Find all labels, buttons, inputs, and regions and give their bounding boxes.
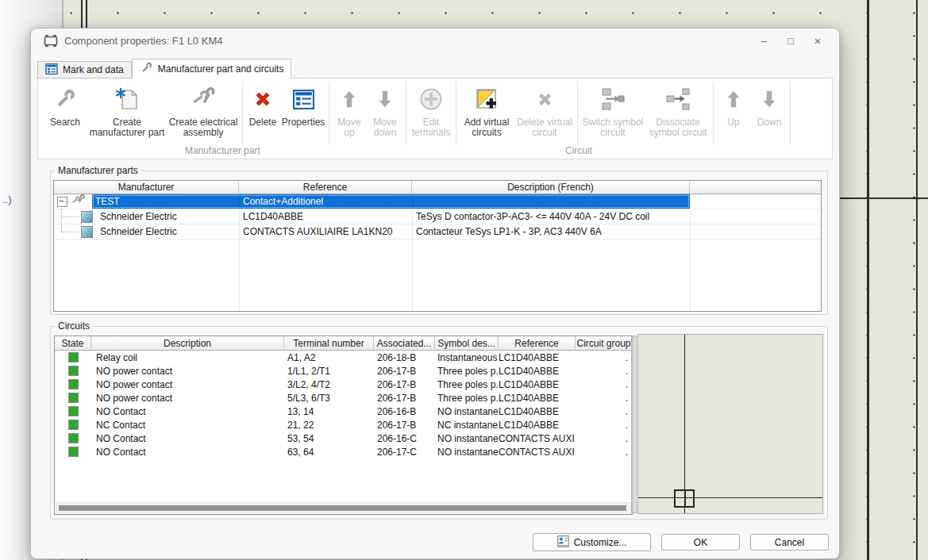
column-header-description[interactable]: Description [91,336,284,351]
cell-description: NO Contact [91,406,284,417]
circuit-row[interactable]: NO power contact 5/L3, 6/T3 206-17-B Thr… [55,391,632,405]
column-header-circuit-group[interactable]: Circuit group [576,336,632,351]
form-icon [45,63,58,77]
column-divider [239,194,240,311]
cell-circuit-group: . [576,366,632,377]
tab-mark-and-data[interactable]: Mark and data [37,61,132,79]
column-header-terminal-number[interactable]: Terminal number [284,336,374,351]
down-button: Down [751,79,787,128]
circuit-row[interactable]: NO Contact 63, 64 206-17-C NO instantane… [55,445,632,458]
wrench-icon [140,61,153,77]
cell-associated: 206-16-B [374,406,435,417]
cell-terminal-number: 13, 14 [284,406,374,417]
circuits-groupbox: Circuits State Description Terminal numb… [50,326,828,520]
cad-line [826,198,928,199]
customize-button[interactable]: Customize... [533,533,651,551]
add-virtual-circuits-button[interactable]: Add virtual circuits [459,79,514,138]
cell-description: TeSys D contactor-3P-AC3- <= 440V 40A - … [412,211,690,222]
vertical-scrollbar[interactable] [631,336,637,513]
tree-connector [61,217,79,217]
circuit-row[interactable]: NC Contact 21, 22 206-17-B NC instantane… [55,418,632,432]
scrollbar-thumb[interactable] [59,505,626,511]
canvas-text-fragment: ..) [2,194,12,205]
close-button[interactable]: × [804,30,831,51]
create-manufacturer-part-button[interactable]: Create manufacturer part [87,79,167,138]
toolbar-separator [790,82,791,145]
cell-terminal-number: 3/L2, 4/T2 [284,379,374,390]
table-row[interactable]: TEST Contact+Additionel [54,194,821,209]
minimize-button[interactable]: – [750,30,777,51]
component-properties-dialog: Component properties: F1 L0 KM4 – □ × M [30,28,840,559]
column-header-symbol-description[interactable]: Symbol des... [435,336,499,351]
cell-reference: LC1D40ABBE [239,211,412,222]
cell-terminal-number: A1, A2 [284,352,374,363]
cell-reference: LC1D40ABBE [499,406,576,417]
column-header-associated[interactable]: Associated... [374,336,435,351]
cell-description: NO power contact [91,379,284,390]
wrench-icon [53,83,77,115]
tab-strip: Mark and data Manufacturer part and circ… [37,59,291,79]
column-header-reference[interactable]: Reference [239,181,412,194]
double-wrench-icon [191,83,216,115]
circuits-header: State Description Terminal number Associ… [55,336,632,351]
edit-terminals-button: Edit terminals [409,79,453,138]
toolbar-group-circuit: Circuit [565,145,592,156]
tree-connector [61,224,62,232]
cell-symbol-description: NO instantane... [435,406,499,417]
state-green-square-icon [68,352,79,362]
cell-description: NO Contact [91,447,284,458]
dialog-title: Component properties: F1 L0 KM4 [64,35,222,47]
cell-circuit-group: . [576,420,632,431]
properties-button[interactable]: Properties [280,79,326,128]
component-window-icon [43,34,59,51]
up-button: Up [716,79,751,128]
switch-symbol-circuit-button: Switch symbol circuit [580,79,645,138]
state-green-square-icon [68,379,79,389]
column-header-description[interactable]: Description (French) [412,181,690,194]
cell-manufacturer: Schneider Electric [100,211,177,222]
arrow-down-icon [760,83,779,115]
ok-button[interactable]: OK [661,534,740,550]
customize-icon [557,535,569,550]
maximize-button[interactable]: □ [777,30,804,51]
state-green-square-icon [68,406,79,416]
tree-connector [66,201,71,202]
circuits-title: Circuits [55,320,93,332]
toolbar-separator [456,82,456,145]
state-green-square-icon [68,433,79,443]
table-row[interactable]: Schneider Electric CONTACTS AUXILIAIRE L… [54,224,821,240]
cell-manufacturer: Schneider Electric [100,226,177,237]
column-header-reference[interactable]: Reference [499,336,576,351]
tab-manufacturer-part-and-circuits[interactable]: Manufacturer part and circuits [132,59,292,79]
cell-circuit-group: . [576,352,632,363]
cell-terminal-number: 53, 54 [284,433,374,444]
circuit-row[interactable]: Relay coil A1, A2 206-18-B Instantaneous… [55,351,632,364]
circuit-row[interactable]: NO power contact 3/L2, 4/T2 206-17-B Thr… [55,378,632,391]
circuit-row[interactable]: NO Contact 13, 14 206-16-B NO instantane… [55,405,632,418]
horizontal-scrollbar[interactable] [56,502,631,513]
table-row[interactable]: Schneider Electric LC1D40ABBE TeSys D co… [54,209,821,224]
ribbon-toolbar: Search Creat [37,78,833,159]
column-header-state[interactable]: State [55,336,91,351]
cell-associated: 206-16-C [374,433,435,444]
cancel-button[interactable]: Cancel [750,534,829,550]
search-button[interactable]: Search [43,79,87,128]
cell-reference: LC1D40ABBE [499,379,576,390]
preview-symbol-box [674,489,695,508]
cell-circuit-group: . [576,433,632,444]
manufacturer-parts-groupbox: Manufacturer parts Manufacturer Referenc… [50,171,828,315]
column-header-manufacturer[interactable]: Manufacturer [54,181,239,194]
toolbar-separator [242,82,243,145]
customize-label: Customize... [574,537,627,548]
cell-terminal-number: 1/L1, 2/T1 [284,366,374,377]
toolbar-separator [577,82,578,145]
circuit-row[interactable]: NO Contact 53, 54 206-16-C NO instantane… [55,432,632,445]
cell-symbol-description: NC instantane... [435,420,499,431]
double-wrench-icon [70,194,87,209]
create-electrical-assembly-button[interactable]: Create electrical assembly [167,79,240,138]
delete-button[interactable]: Delete [245,79,280,128]
cell-terminal-number: 63, 64 [284,447,374,458]
circuit-row[interactable]: NO power contact 1/L1, 2/T1 206-17-B Thr… [55,364,632,378]
cell-circuit-group: . [576,379,632,390]
cell-symbol-description: NO instantane... [435,433,499,444]
